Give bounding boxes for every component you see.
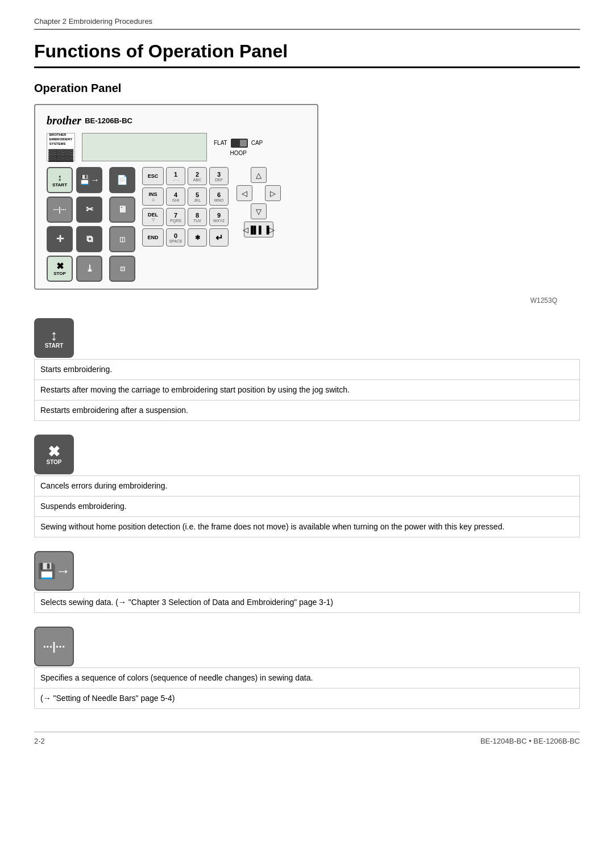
key-0[interactable]: 0 SPACE: [166, 228, 185, 247]
key-4[interactable]: 4 GHI: [166, 187, 185, 206]
needle-bars-section: ···|··· Specifies a sequence of colors (…: [34, 627, 580, 709]
nav-up[interactable]: △: [251, 167, 267, 183]
keypad-row-3: DEL ▽ 7 PQRS 8 TUV 9 WXYZ: [142, 208, 229, 226]
start-row-2: Restarts after moving the carriage to em…: [35, 380, 580, 400]
key-1[interactable]: 1 - · -: [166, 167, 185, 185]
del-key[interactable]: DEL ▽: [142, 208, 164, 226]
stop-table: Cancels errors during embroidering. Susp…: [34, 475, 580, 537]
nav-right[interactable]: ▷: [265, 185, 281, 201]
data-select-row-1: Selects sewing data. (→ "Chapter 3 Selec…: [35, 592, 580, 613]
keypad-row-2: INS △ 4 GHI 5 JKL 6 MNO: [142, 187, 229, 206]
key-3[interactable]: 3 DEF: [209, 167, 229, 185]
footer: 2-2 BE-1204B-BC • BE-1206B-BC: [34, 732, 580, 745]
copy-button[interactable]: ⧉: [76, 226, 102, 252]
needle-bars-table: Specifies a sequence of colors (sequence…: [34, 667, 580, 709]
key-8[interactable]: 8 TUV: [188, 208, 207, 226]
toggle-switch[interactable]: [231, 139, 248, 148]
data-select-section: 💾→ Selects sewing data. (→ "Chapter 3 Se…: [34, 551, 580, 613]
stop-section: ✖ STOP Cancels errors during embroiderin…: [34, 435, 580, 537]
scissors-button[interactable]: ✂: [76, 197, 102, 223]
model-name: BE-1206B-BC: [85, 116, 132, 125]
start-section: ↕ START Starts embroidering. Restarts af…: [34, 318, 580, 421]
stop-button[interactable]: ✖ STOP: [47, 256, 73, 282]
stop-row-3: Sewing without home position detection (…: [35, 517, 580, 537]
keypad-row-4: END 0 SPACE ✱ ↵: [142, 228, 229, 247]
nav-row-wide: ◁▐▌▌▐▷: [237, 222, 281, 237]
start-row-1: Starts embroidering.: [35, 360, 580, 380]
model-line: BE-1204B-BC • BE-1206B-BC: [480, 737, 580, 745]
screen-button[interactable]: 🖥: [109, 197, 135, 223]
embroidery-logo: BROTHEREMBROIDERYSYSTEMS ▓▓▓: [47, 133, 75, 161]
keypad: ESC 1 - · - 2 ABC 3 DEF: [142, 167, 229, 247]
key-2[interactable]: 2 ABC: [188, 167, 207, 185]
nav-row-up: △: [237, 167, 281, 183]
start-icon-box: ↕ START: [34, 318, 74, 358]
extra-buttons-col: 📄 🖥 ◫ ⊡: [109, 167, 135, 282]
memory-button[interactable]: ◫: [109, 226, 135, 252]
nav-area: △ ◁ ▷ ▽ ◁▐▌▌▐▷: [237, 167, 281, 237]
ins-key[interactable]: INS △: [142, 187, 164, 206]
dots-button[interactable]: ···|···: [47, 197, 73, 223]
nav-row-down: ▽: [237, 203, 281, 219]
key-6[interactable]: 6 MNO: [209, 187, 229, 206]
start-table: Starts embroidering. Restarts after movi…: [34, 359, 580, 421]
data-floppy-button[interactable]: 💾→: [76, 167, 102, 193]
flat-cap-area: FLAT CAP HOOP: [214, 139, 263, 156]
end-key[interactable]: END: [142, 228, 164, 247]
needle-bars-row-1: Specifies a sequence of colors (sequence…: [35, 668, 580, 688]
needle-bars-icon-box: ···|···: [34, 627, 74, 666]
nav-row-mid: ◁ ▷: [237, 185, 281, 201]
chapter-header: Chapter 2 Embroidering Procedures: [34, 17, 580, 30]
key-5[interactable]: 5 JKL: [188, 187, 207, 206]
cross-move-button[interactable]: ✛: [47, 226, 73, 252]
nav-down[interactable]: ▽: [251, 203, 267, 219]
stop-icon-box: ✖ STOP: [34, 435, 74, 474]
needle-bars-row-2: (→ "Setting of Needle Bars" page 5-4): [35, 688, 580, 709]
key-7[interactable]: 7 PQRS: [166, 208, 185, 226]
page-title: Functions of Operation Panel: [34, 41, 580, 68]
star-key[interactable]: ✱: [188, 228, 207, 247]
stop-row-2: Suspends embroidering.: [35, 496, 580, 517]
nav-left[interactable]: ◁: [237, 185, 252, 201]
nav-wide[interactable]: ◁▐▌▌▐▷: [244, 222, 273, 237]
button-grid: ↕ START 💾→ ···|··· ✂ ✛ ⧉: [47, 167, 306, 282]
data-select-table: Selects sewing data. (→ "Chapter 3 Selec…: [34, 592, 580, 613]
start-button[interactable]: ↕ START: [47, 167, 73, 193]
frame-button[interactable]: ⊡: [109, 256, 135, 282]
stop-row-1: Cancels errors during embroidering.: [35, 476, 580, 496]
brand-logo: brother: [47, 114, 81, 127]
enter-key[interactable]: ↵: [209, 228, 229, 247]
esc-key[interactable]: ESC: [142, 167, 164, 185]
panel-diagram: brother BE-1206B-BC BROTHEREMBROIDERYSYS…: [34, 104, 318, 290]
left-buttons: ↕ START 💾→ ···|··· ✂ ✛ ⧉: [47, 167, 102, 282]
page-button[interactable]: 📄: [109, 167, 135, 193]
diagram-caption: W1253Q: [34, 297, 580, 304]
start-row-3: Restarts embroidering after a suspension…: [35, 400, 580, 421]
section-title: Operation Panel: [34, 82, 580, 95]
bottom-arrow-button[interactable]: ⤓: [76, 256, 102, 282]
key-9[interactable]: 9 WXYZ: [209, 208, 229, 226]
keypad-row-1: ESC 1 - · - 2 ABC 3 DEF: [142, 167, 229, 185]
data-select-icon-box: 💾→: [34, 551, 74, 591]
page-number: 2-2: [34, 737, 45, 745]
display-screen: [82, 133, 207, 161]
